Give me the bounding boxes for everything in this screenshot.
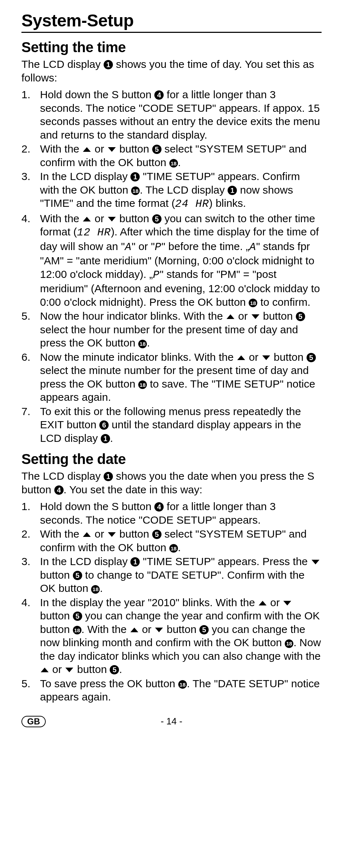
up-arrow-icon <box>83 532 91 537</box>
ref-5-icon: 5 <box>73 612 82 621</box>
text: button <box>271 351 307 363</box>
text: In the display the year "2010" blinks. W… <box>40 597 258 608</box>
text: or <box>91 143 107 155</box>
text: Now the hour indicator blinks. With the <box>40 310 226 322</box>
ref-5-icon: 5 <box>152 145 161 154</box>
text: button <box>40 610 73 622</box>
list-item: 7. To exit this or the following menus p… <box>21 405 322 445</box>
text: button <box>116 143 152 155</box>
step-number: 1. <box>21 500 30 513</box>
intro-date: The LCD display 1 shows you the date whe… <box>21 469 322 496</box>
step-number: 5. <box>21 309 30 323</box>
text: or <box>267 597 283 608</box>
text: In the LCD display <box>40 170 130 182</box>
ref-18-icon: 18 <box>285 639 293 648</box>
up-arrow-icon <box>227 314 234 319</box>
up-arrow-icon <box>259 601 267 605</box>
text: ) blinks. <box>209 197 246 209</box>
list-item: 3. In the LCD display 1 "TIME SETUP" app… <box>21 555 322 595</box>
text: button <box>164 623 199 635</box>
text: . The LCD display <box>140 184 228 196</box>
page-number: - 14 - <box>161 716 183 727</box>
ref-6-icon: 6 <box>99 420 109 430</box>
ref-1-icon: 1 <box>101 434 110 443</box>
ref-1-icon: 1 <box>104 60 113 69</box>
ref-5-icon: 5 <box>110 665 119 674</box>
text: With the <box>40 528 82 540</box>
ref-18-icon: 18 <box>249 299 257 307</box>
lcd-text: P <box>153 269 160 281</box>
ref-18-icon: 18 <box>178 680 187 689</box>
page-title: System-Setup <box>21 11 322 33</box>
ref-4-icon: 4 <box>154 502 164 512</box>
text: button <box>116 528 152 540</box>
text: button <box>74 663 110 675</box>
ref-5-icon: 5 <box>152 214 161 224</box>
ref-18-icon: 18 <box>91 585 100 594</box>
list-item: 1. Hold down the S button 4 for a little… <box>21 500 322 527</box>
text: or <box>246 351 261 363</box>
text: . <box>147 337 150 349</box>
text: . With the <box>81 623 130 635</box>
list-item: 2. With the or button 5 select "SYSTEM S… <box>21 142 322 169</box>
ref-18-icon: 18 <box>73 626 81 634</box>
text: Hold down the S button <box>40 89 154 100</box>
step-number: 3. <box>21 170 30 183</box>
text: " or " <box>131 240 155 252</box>
down-arrow-icon <box>283 601 291 605</box>
step-number: 7. <box>21 405 30 418</box>
text: button <box>116 213 152 224</box>
ref-1-icon: 1 <box>228 186 237 195</box>
text: . You set the date in this way: <box>64 484 203 495</box>
ref-4-icon: 4 <box>54 485 64 495</box>
down-arrow-icon <box>108 147 116 152</box>
list-item: 3. In the LCD display 1 "TIME SETUP" app… <box>21 170 322 211</box>
up-arrow-icon <box>83 217 91 221</box>
text: . <box>178 156 181 168</box>
ref-5-icon: 5 <box>296 312 305 321</box>
step-number: 4. <box>21 212 30 225</box>
lcd-text: 24 HR <box>175 198 209 210</box>
up-arrow-icon <box>237 355 245 360</box>
lcd-text: 12 HR <box>77 226 111 239</box>
list-item: 1. Hold down the S button 4 for a little… <box>21 88 322 141</box>
ref-18-icon: 18 <box>131 186 140 195</box>
up-arrow-icon <box>83 147 91 152</box>
lcd-text: P <box>155 241 161 253</box>
ref-1-icon: 1 <box>104 472 113 481</box>
text: With the <box>40 143 82 155</box>
page-footer: GB - 14 - <box>21 714 322 729</box>
list-item: 6. Now the minute indicator blinks. With… <box>21 350 322 404</box>
page-content: System-Setup Setting the time The LCD di… <box>0 0 343 739</box>
down-arrow-icon <box>262 355 270 360</box>
step-number: 1. <box>21 88 30 101</box>
up-arrow-icon <box>130 628 138 632</box>
ref-5-icon: 5 <box>307 353 316 362</box>
ref-5-icon: 5 <box>199 625 209 634</box>
step-number: 4. <box>21 596 30 609</box>
step-number: 5. <box>21 677 30 690</box>
step-number: 3. <box>21 555 30 568</box>
lcd-text: A <box>249 241 256 253</box>
ref-18-icon: 18 <box>169 159 178 168</box>
ref-5-icon: 5 <box>73 571 82 580</box>
ref-18-icon: 18 <box>138 340 147 348</box>
list-item: 4. In the display the year "2010" blinks… <box>21 596 322 676</box>
section-heading-date: Setting the date <box>21 451 322 467</box>
text: or <box>91 528 107 540</box>
down-arrow-icon <box>252 314 259 319</box>
down-arrow-icon <box>108 217 116 221</box>
text: or <box>235 310 250 322</box>
ref-1-icon: 1 <box>130 172 140 181</box>
down-arrow-icon <box>312 560 319 564</box>
text: button <box>40 569 73 581</box>
text: button <box>260 310 296 322</box>
text: The LCD display <box>21 58 104 70</box>
list-item: 5. Now the hour indicator blinks. With t… <box>21 309 322 350</box>
intro-time: The LCD display 1 shows you the time of … <box>21 58 322 84</box>
text: In the LCD display <box>40 555 130 567</box>
text: With the <box>40 213 82 224</box>
text: "TIME SETUP" appears. Press the <box>140 555 310 567</box>
up-arrow-icon <box>41 668 49 672</box>
text: or <box>139 623 154 635</box>
